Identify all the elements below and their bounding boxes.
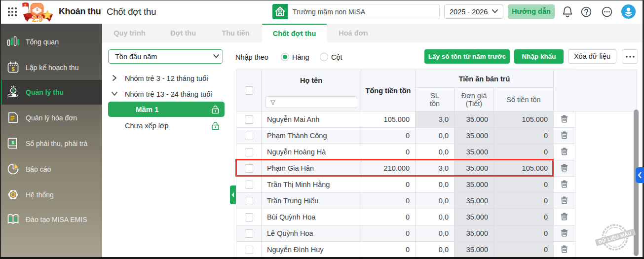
svg-text:$: $ (37, 8, 38, 12)
svg-text:$: $ (12, 140, 14, 145)
svg-text:2.9: 2.9 (32, 14, 43, 23)
svg-text:$: $ (12, 88, 15, 94)
svg-text:$: $ (11, 66, 14, 72)
